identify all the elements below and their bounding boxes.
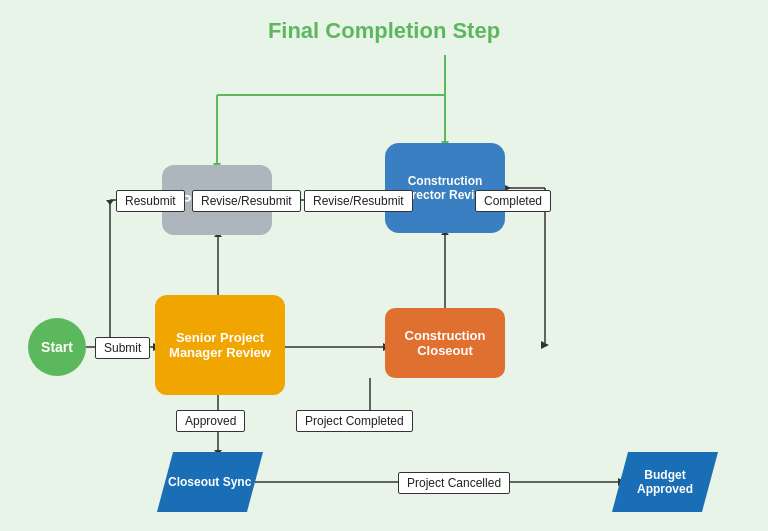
project-cancelled-label: Project Cancelled [398, 472, 510, 494]
project-completed-label: Project Completed [296, 410, 413, 432]
construction-closeout-node: Construction Closeout [385, 308, 505, 378]
closeout-sync-node: Closeout Sync [157, 452, 263, 512]
svg-marker-18 [541, 341, 549, 349]
budget-approved-node: Budget Approved [612, 452, 718, 512]
completed-label: Completed [475, 190, 551, 212]
approved-label: Approved [176, 410, 245, 432]
senior-pm-node: Senior Project Manager Review [155, 295, 285, 395]
diagram-container: Final Completion Step [0, 0, 768, 531]
start-node: Start [28, 318, 86, 376]
svg-marker-10 [106, 200, 114, 205]
resubmit-label: Resubmit [116, 190, 185, 212]
diagram-title: Final Completion Step [268, 18, 500, 44]
revise-resubmit-right-label: Revise/Resubmit [304, 190, 413, 212]
submit-label: Submit [95, 337, 150, 359]
revise-resubmit-left-label: Revise/Resubmit [192, 190, 301, 212]
cd-review-node: Construction Director Review [385, 143, 505, 233]
